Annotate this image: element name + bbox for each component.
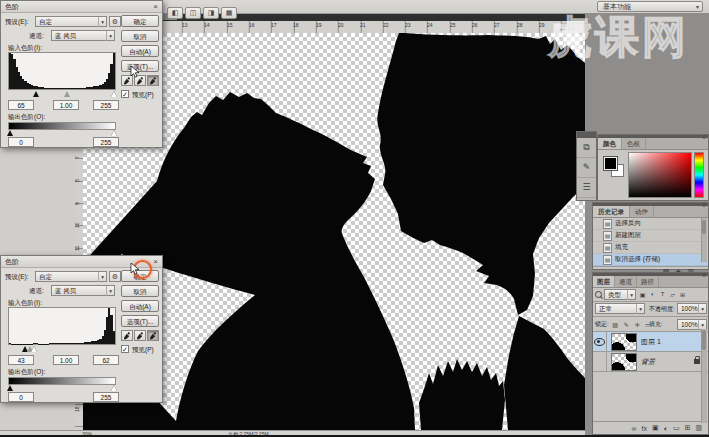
history-state-row[interactable]: ▤ 新建图层 xyxy=(593,230,708,242)
white-input-slider[interactable] xyxy=(31,346,37,352)
layers-panel-tab[interactable]: 图层 xyxy=(593,276,615,287)
layers-bottom-icon[interactable]: ◐ xyxy=(664,425,668,432)
foreground-color-swatch[interactable] xyxy=(604,157,617,170)
auto-button[interactable]: 自动(A) xyxy=(121,45,159,57)
output-black-field[interactable]: 0 xyxy=(8,392,34,402)
scrollbar-thumb[interactable] xyxy=(702,220,706,234)
gray-point-eyedropper-icon[interactable] xyxy=(134,330,146,341)
options-button[interactable]: 选项(T)... xyxy=(121,315,159,327)
history-state-icon: ▤ xyxy=(603,255,612,265)
preview-checkbox[interactable]: ✓ xyxy=(121,345,129,353)
options-bar-icon[interactable]: ◫ xyxy=(185,7,201,19)
layer-row[interactable]: 背景 xyxy=(593,352,708,372)
gear-icon: ⚙ xyxy=(112,18,118,25)
workspace-switcher[interactable]: 基本功能 ▾ xyxy=(597,1,703,12)
panel-menu-icon[interactable]: ≡ xyxy=(702,134,706,140)
history-state-row[interactable]: ▤ 选择反向 xyxy=(593,218,708,230)
layer-filter-icon[interactable]: ▱ xyxy=(668,291,677,298)
preset-select[interactable]: 自定 ▾ xyxy=(35,16,107,27)
preset-select[interactable]: 自定 ▾ xyxy=(35,271,107,282)
layer-thumbnail[interactable] xyxy=(611,333,637,351)
layers-bottom-icon[interactable]: ⊞ xyxy=(685,424,691,432)
output-black-field[interactable]: 0 xyxy=(8,137,34,147)
layers-panel-tab[interactable]: 通道 xyxy=(615,276,637,287)
auto-button[interactable]: 自动(A) xyxy=(121,300,159,312)
input-black-field[interactable]: 43 xyxy=(8,355,34,365)
layers-bottom-icon[interactable]: fx xyxy=(642,425,647,432)
cancel-button[interactable]: 取消 xyxy=(121,285,159,297)
close-icon[interactable]: × xyxy=(153,2,158,11)
visibility-cell[interactable] xyxy=(593,332,607,351)
fg-bg-swatches[interactable] xyxy=(604,157,624,177)
layers-bottom-icon[interactable]: ▭ xyxy=(673,424,680,432)
color-panel-tab[interactable]: 颜色 xyxy=(598,138,622,149)
history-panel-tab[interactable]: 动作 xyxy=(630,206,654,217)
options-button[interactable]: 选项(T)... xyxy=(121,60,159,72)
ok-button[interactable]: 确定 xyxy=(121,15,159,27)
layer-filter-icon[interactable]: ▣ xyxy=(638,291,647,298)
layer-thumbnail[interactable] xyxy=(611,353,637,371)
lock-option-icon[interactable]: ✛ xyxy=(633,321,642,328)
layer-filter-icon[interactable]: ⊞ xyxy=(678,291,687,298)
history-panel-tab[interactable]: 历史记录 xyxy=(593,206,630,217)
white-point-eyedropper-icon[interactable] xyxy=(147,75,159,86)
collapsed-panel-icon[interactable]: ☰ xyxy=(577,178,596,198)
white-output-slider[interactable] xyxy=(111,130,117,136)
layers-panel-tab[interactable]: 路径 xyxy=(637,276,659,287)
filter-kind-select[interactable]: 类型 ▾ xyxy=(604,289,636,300)
options-bar-icon[interactable]: ◧ xyxy=(167,7,183,19)
options-bar-icon[interactable]: ▦ xyxy=(221,7,237,19)
panel-menu-icon[interactable]: ≡ xyxy=(702,272,706,278)
white-output-slider[interactable] xyxy=(111,385,117,391)
history-state-row[interactable]: ▤ 填充 xyxy=(593,242,708,254)
input-gamma-field[interactable]: 1.00 xyxy=(53,100,79,110)
scrollbar-thumb[interactable] xyxy=(702,330,706,350)
chevron-down-icon: ▾ xyxy=(106,286,112,296)
color-field[interactable] xyxy=(628,152,692,198)
output-white-field[interactable]: 255 xyxy=(93,392,119,402)
history-scrollbar[interactable] xyxy=(701,218,707,262)
collapsed-panel-icon[interactable]: ⧉ xyxy=(577,138,596,158)
layers-bottom-icon[interactable]: ∞ xyxy=(632,425,637,432)
output-white-field[interactable]: 255 xyxy=(93,137,119,147)
black-output-slider[interactable] xyxy=(7,385,13,391)
ruler-number: 21 xyxy=(360,22,366,28)
input-white-field[interactable]: 62 xyxy=(93,355,119,365)
close-icon[interactable]: × xyxy=(153,257,158,266)
gamma-input-slider[interactable] xyxy=(64,91,70,97)
layers-bottom-icon[interactable]: ▥ xyxy=(695,424,702,432)
white-input-slider[interactable] xyxy=(111,91,117,97)
layers-scrollbar[interactable] xyxy=(701,329,707,423)
layer-row[interactable]: 图层 1 xyxy=(593,332,708,352)
preset-options-button[interactable]: ⚙ xyxy=(109,271,121,282)
opacity-value: 100% xyxy=(681,305,698,312)
opacity-select[interactable]: 100% ▾ xyxy=(677,303,707,314)
visibility-cell[interactable] xyxy=(593,352,607,371)
preset-options-button[interactable]: ⚙ xyxy=(109,16,121,27)
options-bar-icon[interactable]: ◨ xyxy=(203,7,219,19)
black-output-slider[interactable] xyxy=(7,130,13,136)
collapsed-panel-icon[interactable]: ✎ xyxy=(577,158,596,178)
blend-mode-select[interactable]: 正常 ▾ xyxy=(595,303,645,314)
color-panel-tab[interactable]: 色板 xyxy=(622,138,646,149)
channel-select[interactable]: 蓝 拷贝 ▾ xyxy=(51,285,115,296)
history-state-row[interactable]: ▤ 取消选择 (存储) xyxy=(593,254,708,266)
black-point-eyedropper-icon[interactable] xyxy=(121,330,133,341)
white-point-eyedropper-icon[interactable] xyxy=(147,330,159,341)
preview-checkbox[interactable]: ✓ xyxy=(121,90,129,98)
cancel-button[interactable]: 取消 xyxy=(121,30,159,42)
black-input-slider[interactable] xyxy=(33,91,39,97)
fill-select[interactable]: 100% ▾ xyxy=(677,319,707,330)
panel-menu-icon[interactable]: ≡ xyxy=(702,202,706,208)
layer-filter-icon[interactable]: ◐ xyxy=(648,291,657,298)
input-black-field[interactable]: 65 xyxy=(8,100,34,110)
layers-bottom-icon[interactable]: ▣ xyxy=(652,424,659,432)
lock-option-icon[interactable]: ✎ xyxy=(622,321,631,328)
input-gamma-field[interactable]: 1.00 xyxy=(53,355,79,365)
dialog-title[interactable]: 色阶 xyxy=(1,1,162,13)
layer-filter-icon[interactable]: T xyxy=(658,291,667,298)
channel-select[interactable]: 蓝 拷贝 ▾ xyxy=(51,30,115,41)
lock-option-icon[interactable]: ▨ xyxy=(611,321,620,328)
hue-slider[interactable] xyxy=(694,152,704,198)
input-white-field[interactable]: 255 xyxy=(93,100,119,110)
